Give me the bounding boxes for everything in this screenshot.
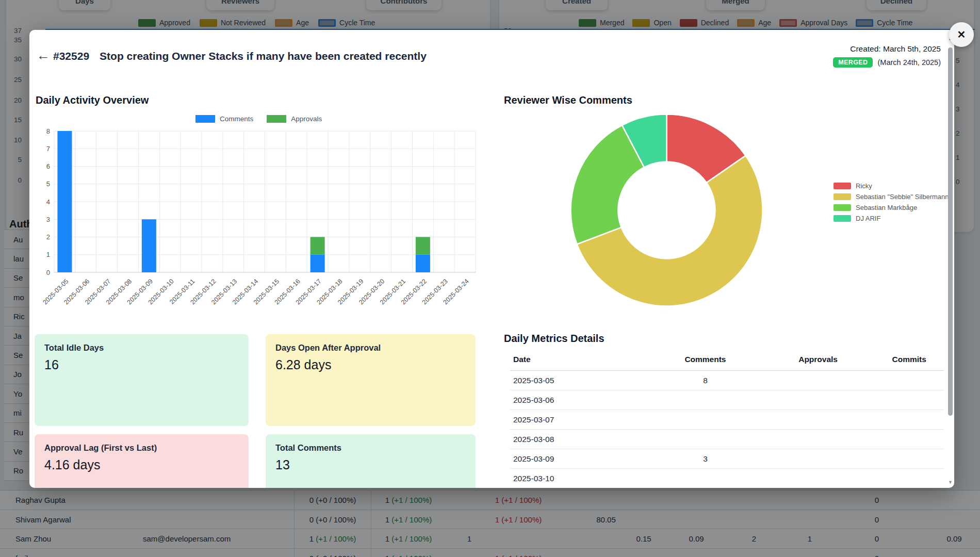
legend-label: Ricky [856, 182, 872, 190]
reviewer-chart-title: Reviewer Wise Comments [504, 94, 632, 106]
pr-number: #32529 [53, 50, 89, 62]
metrics-cell [874, 430, 944, 449]
metrics-cell [874, 371, 944, 390]
metric-card-label: Days Open After Approval [275, 343, 466, 353]
metric-card: Approval Lag (First vs Last)4.16 days [35, 434, 249, 488]
bar-approvals-2025-03-22 [416, 237, 430, 255]
metrics-table-title: Daily Metrics Details [504, 333, 605, 345]
metrics-cell [762, 430, 875, 449]
metrics-cell: 2025-03-08 [510, 430, 649, 449]
y-axis-tick: 7 [46, 145, 50, 153]
legend-item: Sebastian Markbåge [834, 204, 949, 211]
metrics-cell [649, 469, 762, 488]
metrics-cell [649, 410, 762, 430]
y-axis-tick: 0 [46, 269, 50, 276]
merged-date: (March 24th, 2025) [877, 58, 941, 67]
donut-chart-legend: RickySebastian "Sebbie" SilbermannSebast… [834, 182, 949, 225]
pr-meta: Created: March 5th, 2025 MERGED (March 2… [833, 44, 941, 68]
metric-card-label: Total Idle Days [44, 343, 239, 353]
metrics-cell [762, 390, 875, 410]
donut-chart-svg [567, 111, 766, 309]
metric-card: Total Idle Days16 [35, 334, 249, 426]
close-icon[interactable]: ✕ [949, 22, 974, 47]
created-date: Created: March 5th, 2025 [833, 44, 941, 54]
back-arrow-icon[interactable]: ← [37, 48, 50, 62]
metrics-cell [762, 469, 875, 488]
metric-card: Days Open After Approval6.28 days [266, 334, 476, 426]
y-axis-tick: 6 [46, 162, 50, 170]
legend-item: Sebastian "Sebbie" Silbermann [834, 193, 949, 201]
metrics-cell: 2025-03-09 [510, 449, 649, 469]
metric-card-label: Approval Lag (First vs Last) [44, 443, 239, 453]
metric-card: Total Comments13 [266, 434, 476, 488]
metrics-column-header: Date [510, 353, 649, 371]
activity-chart-title: Daily Activity Overview [36, 94, 149, 106]
metrics-cell [649, 390, 762, 410]
pr-detail-modal: ← #32529 Stop creating Owner Stacks if m… [29, 30, 954, 488]
metrics-cell: 2025-03-10 [510, 469, 649, 488]
metrics-cell [874, 449, 944, 469]
metrics-cell [762, 449, 875, 469]
y-axis-tick: 1 [46, 251, 50, 258]
bar-chart-svg: 0123456782025-03-052025-03-062025-03-072… [34, 108, 487, 315]
metrics-cell [649, 430, 762, 449]
legend-label: Sebastian "Sebbie" Silbermann [856, 193, 949, 201]
metrics-cell [762, 371, 875, 390]
metrics-column-header: Comments [649, 353, 762, 371]
metrics-cell: 2025-03-05 [510, 371, 649, 390]
metrics-column-header: Commits [874, 353, 944, 371]
bar-comments-2025-03-22 [416, 255, 430, 272]
legend-swatch [834, 193, 851, 200]
metrics-row: 2025-03-093 [510, 449, 944, 469]
scrollbar-down-icon[interactable]: ▼ [947, 480, 954, 485]
y-axis-tick: 2 [46, 233, 50, 241]
metrics-row: 2025-03-07 [510, 410, 944, 430]
daily-activity-bar-chart: 0123456782025-03-052025-03-062025-03-072… [34, 108, 487, 317]
status-badge: MERGED [833, 57, 873, 68]
metrics-cell [874, 410, 944, 430]
metrics-cell [874, 469, 944, 488]
modal-scrollbar[interactable]: ▲ ▼ [947, 36, 954, 485]
metric-card-value: 4.16 days [44, 457, 239, 472]
metric-card-value: 13 [275, 457, 466, 472]
y-axis-tick: 4 [46, 198, 50, 206]
daily-metrics-table: DateCommentsApprovalsCommits 2025-03-058… [510, 353, 944, 488]
y-axis-tick: 8 [46, 127, 50, 135]
metrics-cell: 2025-03-06 [510, 390, 649, 410]
bar-comments-2025-03-05 [57, 131, 72, 272]
metrics-row: 2025-03-058 [510, 371, 944, 390]
legend-label: Sebastian Markbåge [856, 204, 917, 211]
bar-comments-2025-03-09 [142, 219, 156, 272]
reviewer-comments-donut-chart [567, 111, 766, 312]
modal-header: #32529 Stop creating Owner Stacks if man… [53, 50, 427, 62]
metric-card-value: 6.28 days [275, 357, 466, 372]
legend-swatch [834, 215, 851, 222]
y-axis-tick: 5 [46, 180, 50, 188]
pr-title: Stop creating Owner Stacks if many have … [100, 50, 427, 62]
metrics-cell: 2025-03-07 [510, 410, 649, 430]
metrics-cell: 8 [649, 371, 762, 390]
scrollbar-thumb[interactable] [948, 47, 953, 416]
metric-card-label: Total Comments [275, 443, 466, 453]
legend-swatch [834, 183, 851, 189]
metrics-column-header: Approvals [762, 353, 875, 371]
legend-item: Ricky [834, 182, 949, 190]
metrics-row: 2025-03-10 [510, 469, 944, 488]
legend-swatch [834, 204, 851, 211]
metrics-row: 2025-03-06 [510, 390, 944, 410]
metrics-cell [874, 390, 944, 410]
bar-comments-2025-03-17 [311, 255, 325, 272]
metric-card-value: 16 [44, 357, 239, 372]
legend-label: DJ ARIF [856, 215, 880, 222]
metrics-cell: 3 [649, 449, 762, 469]
bar-approvals-2025-03-17 [311, 237, 325, 255]
metrics-cell [762, 410, 875, 430]
y-axis-tick: 3 [46, 216, 50, 223]
metrics-row: 2025-03-08 [510, 430, 944, 449]
legend-item: DJ ARIF [834, 215, 949, 222]
